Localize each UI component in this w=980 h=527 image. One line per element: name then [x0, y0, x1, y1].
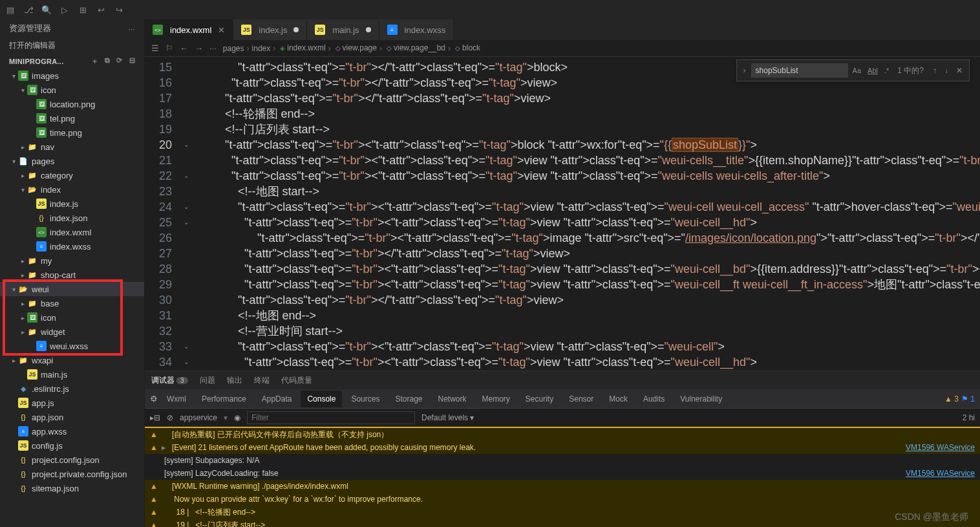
tree-item[interactable]: {}app.json [0, 410, 144, 424]
new-folder-icon[interactable]: ⧉ [105, 56, 110, 66]
fold-column[interactable]: ⌄⌄⌄⌄⌄⌄ [184, 57, 193, 371]
devtool-tab-appdata[interactable]: AppData [255, 391, 299, 407]
editor-tab[interactable]: JSindex.js [233, 19, 307, 40]
tree-item[interactable]: ▸📁widget [0, 325, 144, 339]
editor-tab[interactable]: JSmain.js [307, 19, 379, 40]
whole-word[interactable]: Abl [866, 67, 880, 74]
devtool-tab-vulnerability[interactable]: Vulnerability [674, 391, 729, 407]
bookmark-icon[interactable]: ⚐ [165, 43, 173, 53]
breadcrumb-item[interactable]: ◇block [453, 43, 480, 53]
tree-item[interactable]: {}index.json [0, 211, 144, 225]
more-icon[interactable]: ··· [209, 43, 217, 53]
devtool-tab-network[interactable]: Network [432, 391, 473, 407]
devtool-tab-sensor[interactable]: Sensor [562, 391, 600, 407]
context-select[interactable]: appservice [180, 413, 217, 422]
editor-tab[interactable]: <>index.wxml✕ [145, 19, 233, 40]
find-prev-icon[interactable]: ↑ [930, 66, 939, 75]
debug-icon[interactable]: ▷ [59, 5, 70, 15]
search-icon[interactable]: 🔍 [41, 5, 52, 15]
warn-count[interactable]: ▲ 3 [944, 394, 959, 403]
devtool-tab-performance[interactable]: Performance [195, 391, 253, 407]
refresh-icon[interactable]: ⟳ [116, 56, 122, 66]
tree-item[interactable]: ▸📁base [0, 296, 144, 310]
code-editor[interactable]: "t-attr">class"t-eq">="t-br"></"t-attr">… [193, 57, 980, 371]
nav-back-icon[interactable]: ← [180, 43, 188, 53]
more-icon[interactable]: ··· [128, 24, 135, 34]
close-icon[interactable]: ✕ [218, 25, 225, 35]
tree-item[interactable]: JSapp.js [0, 396, 144, 410]
breadcrumb-item[interactable]: index [252, 44, 271, 53]
tree-item[interactable]: ◆.eslintrc.js [0, 382, 144, 396]
breadcrumb[interactable]: pages›index›◈index.wxml›◇view.page›◇view… [223, 43, 480, 53]
tree-item[interactable]: ≡weui.wxss [0, 339, 144, 353]
devtool-tab-security[interactable]: Security [519, 391, 560, 407]
list-icon[interactable]: ☰ [151, 43, 159, 53]
files-icon[interactable]: ▤ [5, 5, 16, 15]
tree-item[interactable]: ▾📂weui [0, 282, 144, 296]
source-link[interactable]: VM1596 WAService [906, 468, 975, 479]
branch-icon[interactable]: ⎇ [23, 5, 34, 15]
clear-console-icon[interactable]: ⊘ [167, 413, 173, 422]
devtool-tab-audits[interactable]: Audits [637, 391, 671, 407]
expand-find-icon[interactable]: › [741, 66, 749, 75]
tree-item[interactable]: JSindex.js [0, 197, 144, 211]
tab-quality[interactable]: 代码质量 [281, 375, 312, 386]
tree-item[interactable]: JSmain.js [0, 367, 144, 382]
find-next-icon[interactable]: ↓ [942, 66, 951, 75]
devtool-tab-memory[interactable]: Memory [476, 391, 517, 407]
project-name[interactable]: MINIPROGRA... [9, 58, 64, 65]
match-case[interactable]: Aa [851, 67, 863, 74]
open-editors-header[interactable]: 打开的编辑器 [0, 38, 144, 54]
tree-item[interactable]: ▾🖼icon [0, 83, 144, 97]
breadcrumb-item[interactable]: ◇view.page__bd [385, 43, 445, 53]
devtool-tab-sources[interactable]: Sources [345, 391, 386, 407]
tree-item[interactable]: ▾🖼images [0, 69, 144, 83]
tree-item[interactable]: 🖼time.png [0, 125, 144, 140]
nav-fwd-icon[interactable]: → [195, 43, 203, 53]
tree-item[interactable]: 🖼tel.png [0, 111, 144, 125]
devtool-tab-mock[interactable]: Mock [602, 391, 634, 407]
source-link[interactable]: VM1596 WAService [906, 442, 975, 453]
tree-item[interactable]: ▾📂index [0, 182, 144, 197]
tree-item[interactable]: {}project.private.config.json [0, 467, 144, 481]
ext-icon[interactable]: ⊞ [78, 5, 88, 15]
tab-debugger[interactable]: 调试器3 [151, 375, 188, 386]
file-tree[interactable]: ▾🖼images▾🖼icon🖼location.png🖼tel.png🖼time… [0, 69, 144, 527]
tab-terminal[interactable]: 终端 [254, 375, 270, 386]
eye-icon[interactable]: ◉ [234, 413, 240, 422]
devtool-tab-storage[interactable]: Storage [389, 391, 429, 407]
collapse-icon[interactable]: ⊟ [129, 56, 135, 66]
tab-output[interactable]: 输出 [227, 375, 242, 386]
tree-item[interactable]: <>index.wxml [0, 225, 144, 239]
console-output[interactable]: ▲ [自动热重载] 已开启代码文件保存后自动热重载（不支持 json）▲▸[Ev… [145, 427, 980, 527]
tree-item[interactable]: 🖼location.png [0, 97, 144, 111]
breadcrumb-item[interactable]: ◇view.page [334, 43, 377, 53]
devtool-tab-wxml[interactable]: Wxml [160, 391, 193, 407]
tree-item[interactable]: {}project.config.json [0, 453, 144, 467]
levels-select[interactable]: Default levels ▾ [421, 413, 474, 422]
breadcrumb-item[interactable]: pages [223, 44, 244, 53]
tree-item[interactable]: ≡app.wxss [0, 424, 144, 438]
inspect-icon[interactable]: ⯐ [150, 394, 158, 403]
breadcrumb-item[interactable]: ◈index.wxml [278, 43, 325, 53]
editor-tab[interactable]: ≡index.wxss [379, 19, 454, 40]
info-count[interactable]: ⚑ 1 [961, 394, 975, 403]
tree-item[interactable]: ≡index.wxss [0, 239, 144, 253]
forward-icon[interactable]: ↪ [114, 5, 124, 15]
filter-input[interactable] [247, 411, 415, 424]
tree-item[interactable]: ▸📁my [0, 253, 144, 268]
devtool-tab-console[interactable]: Console [301, 391, 342, 407]
find-close-icon[interactable]: ✕ [953, 66, 965, 75]
tree-item[interactable]: ▸📁category [0, 168, 144, 182]
tree-item[interactable]: ▸🖼icon [0, 310, 144, 325]
tree-item[interactable]: ▸📁shop-cart [0, 268, 144, 282]
back-icon[interactable]: ↩ [96, 5, 106, 15]
tree-item[interactable]: ▸📁wxapi [0, 353, 144, 367]
tree-item[interactable]: ▾📄pages [0, 154, 144, 168]
regex[interactable]: .* [882, 67, 891, 74]
tree-item[interactable]: ▸📁nav [0, 140, 144, 154]
tree-item[interactable]: JSconfig.js [0, 438, 144, 453]
tree-item[interactable]: {}sitemap.json [0, 481, 144, 495]
new-file-icon[interactable]: ＋ [91, 56, 98, 66]
find-input[interactable] [751, 63, 848, 78]
